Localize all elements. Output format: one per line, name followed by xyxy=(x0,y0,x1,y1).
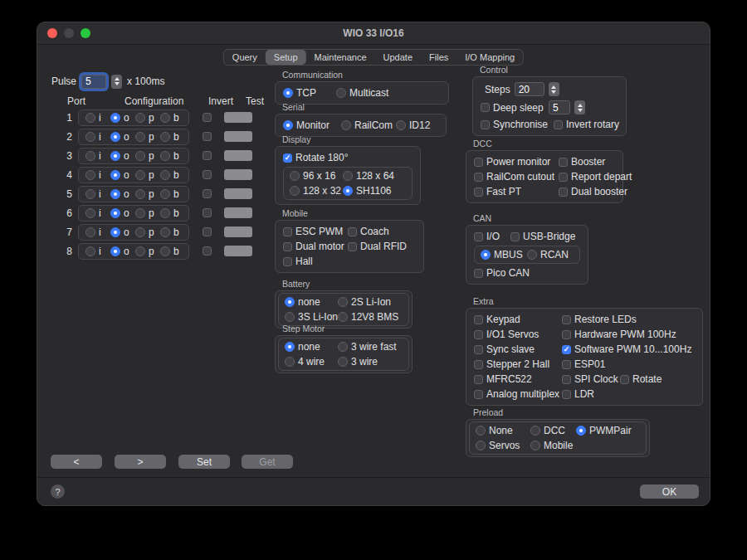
radio-railcom[interactable]: RailCom xyxy=(341,119,396,132)
radio-128-x-32[interactable]: 128 x 32 xyxy=(290,184,343,197)
radio-o[interactable]: o xyxy=(110,111,135,124)
radio-i[interactable]: i xyxy=(85,207,110,220)
invert-checkbox[interactable] xyxy=(203,245,212,258)
radio-p[interactable]: p xyxy=(135,168,160,182)
checkbox-dual-booster[interactable]: Dual booster xyxy=(559,185,627,198)
tab-query[interactable]: Query xyxy=(224,50,266,65)
radio-b[interactable]: b xyxy=(160,168,179,182)
test-button[interactable] xyxy=(224,188,252,199)
test-button[interactable] xyxy=(224,226,252,237)
radio-sh1106[interactable]: SH1106 xyxy=(343,184,391,197)
ok-button[interactable]: OK xyxy=(640,485,699,499)
checkbox-i-o[interactable]: I/O xyxy=(474,230,510,243)
tab-i-o-mapping[interactable]: I/O Mapping xyxy=(456,50,523,65)
steps-stepper[interactable] xyxy=(549,82,559,96)
get-button[interactable]: Get xyxy=(242,455,293,469)
radio-none[interactable]: none xyxy=(285,295,338,309)
invert-checkbox[interactable] xyxy=(203,168,212,182)
checkbox-report-depart[interactable]: Report depart xyxy=(559,170,632,183)
checkbox-rotate-180[interactable]: ✓Rotate 180° xyxy=(283,151,349,164)
radio-o[interactable]: o xyxy=(110,130,135,144)
radio-pwmpair[interactable]: PWMPair xyxy=(576,424,632,437)
invert-checkbox[interactable] xyxy=(203,130,212,144)
radio-i[interactable]: i xyxy=(85,187,110,201)
radio-p[interactable]: p xyxy=(135,111,160,124)
radio-none[interactable]: None xyxy=(476,424,530,437)
checkbox-usb-bridge[interactable]: USB-Bridge xyxy=(510,230,575,243)
checkbox-dual-motor[interactable]: Dual motor xyxy=(283,240,348,253)
radio-3-wire-fast[interactable]: 3 wire fast xyxy=(338,340,397,353)
invert-checkbox[interactable] xyxy=(203,207,212,220)
radio-i[interactable]: i xyxy=(85,149,110,163)
checkbox-spi-clock[interactable]: SPI Clock xyxy=(562,373,620,386)
close-button[interactable] xyxy=(47,28,57,38)
radio-o[interactable]: o xyxy=(110,226,135,239)
pulse-field[interactable]: 5 xyxy=(81,75,106,89)
checkbox-fast-pt[interactable]: Fast PT xyxy=(474,185,559,198)
radio-o[interactable]: o xyxy=(110,168,135,182)
tab-files[interactable]: Files xyxy=(421,50,456,65)
checkbox-mfrc522[interactable]: MFRC522 xyxy=(474,373,562,386)
radio-i[interactable]: i xyxy=(85,226,110,239)
checkbox-software-pwm-10-100hz[interactable]: ✓Software PWM 10...100Hz xyxy=(562,343,691,356)
radio-p[interactable]: p xyxy=(135,149,160,163)
radio-dcc[interactable]: DCC xyxy=(530,424,576,437)
radio-128-x-64[interactable]: 128 x 64 xyxy=(343,169,394,183)
checkbox-keypad[interactable]: Keypad xyxy=(474,313,562,326)
radio-o[interactable]: o xyxy=(110,245,135,258)
checkbox-hardware-pwm-100hz[interactable]: Hardware PWM 100Hz xyxy=(562,328,676,341)
radio-mobile[interactable]: Mobile xyxy=(530,439,573,452)
invert-checkbox[interactable] xyxy=(203,226,212,239)
radio-o[interactable]: o xyxy=(110,207,135,220)
checkbox-dual-rfid[interactable]: Dual RFID xyxy=(348,240,407,253)
checkbox-hall[interactable]: Hall xyxy=(283,255,313,268)
deep-sleep-stepper[interactable] xyxy=(574,100,585,114)
checkbox-esc-pwm[interactable]: ESC PWM xyxy=(283,225,348,238)
checkbox-coach[interactable]: Coach xyxy=(348,225,389,238)
radio-b[interactable]: b xyxy=(160,207,179,220)
radio-b[interactable]: b xyxy=(160,111,179,124)
minimize-button[interactable] xyxy=(64,28,74,38)
checkbox-railcom-cutout[interactable]: RailCom cutout xyxy=(474,170,559,183)
radio-p[interactable]: p xyxy=(135,187,160,201)
radio-4-wire[interactable]: 4 wire xyxy=(285,355,338,368)
next-button[interactable]: > xyxy=(115,455,166,469)
radio-none[interactable]: none xyxy=(285,340,338,353)
radio-mbus[interactable]: MBUS xyxy=(481,248,527,261)
prev-button[interactable]: < xyxy=(51,455,102,469)
help-button[interactable]: ? xyxy=(51,485,65,499)
test-button[interactable] xyxy=(224,207,252,218)
checkbox-sync-slave[interactable]: Sync slave xyxy=(474,343,562,356)
checkbox-ldr[interactable]: LDR xyxy=(562,387,594,401)
test-button[interactable] xyxy=(224,112,252,123)
tab-update[interactable]: Update xyxy=(375,50,421,65)
radio-2s-li-ion[interactable]: 2S Li-Ion xyxy=(338,295,391,309)
radio-3s-li-ion[interactable]: 3S Li-Ion xyxy=(285,310,338,324)
radio-id12[interactable]: ID12 xyxy=(396,119,430,132)
radio-i[interactable]: i xyxy=(85,245,110,258)
invert-checkbox[interactable] xyxy=(203,149,212,163)
radio-i[interactable]: i xyxy=(85,111,110,124)
checkbox-rotate[interactable]: Rotate xyxy=(620,373,662,386)
checkbox-esp01[interactable]: ESP01 xyxy=(562,358,605,371)
checkbox-deep-sleep[interactable]: Deep sleep xyxy=(481,101,544,114)
radio-o[interactable]: o xyxy=(110,187,135,201)
tab-setup[interactable]: Setup xyxy=(266,50,306,65)
pulse-stepper[interactable] xyxy=(111,75,122,89)
radio-i[interactable]: i xyxy=(85,168,110,182)
zoom-button[interactable] xyxy=(81,28,90,38)
radio-p[interactable]: p xyxy=(135,245,160,258)
test-button[interactable] xyxy=(224,131,252,142)
radio-tcp[interactable]: TCP xyxy=(283,86,336,100)
checkbox-analog-multiplex[interactable]: Analog multiplex xyxy=(474,387,562,401)
checkbox-pico-can[interactable]: Pico CAN xyxy=(474,266,530,280)
test-button[interactable] xyxy=(224,150,252,161)
checkbox-power-monitor[interactable]: Power monitor xyxy=(474,155,559,168)
invert-checkbox[interactable] xyxy=(203,111,212,124)
radio-p[interactable]: p xyxy=(135,226,160,239)
invert-checkbox[interactable] xyxy=(203,187,212,201)
radio-p[interactable]: p xyxy=(135,207,160,220)
radio-b[interactable]: b xyxy=(160,187,179,201)
radio-o[interactable]: o xyxy=(110,149,135,163)
radio-96-x-16[interactable]: 96 x 16 xyxy=(290,169,343,183)
